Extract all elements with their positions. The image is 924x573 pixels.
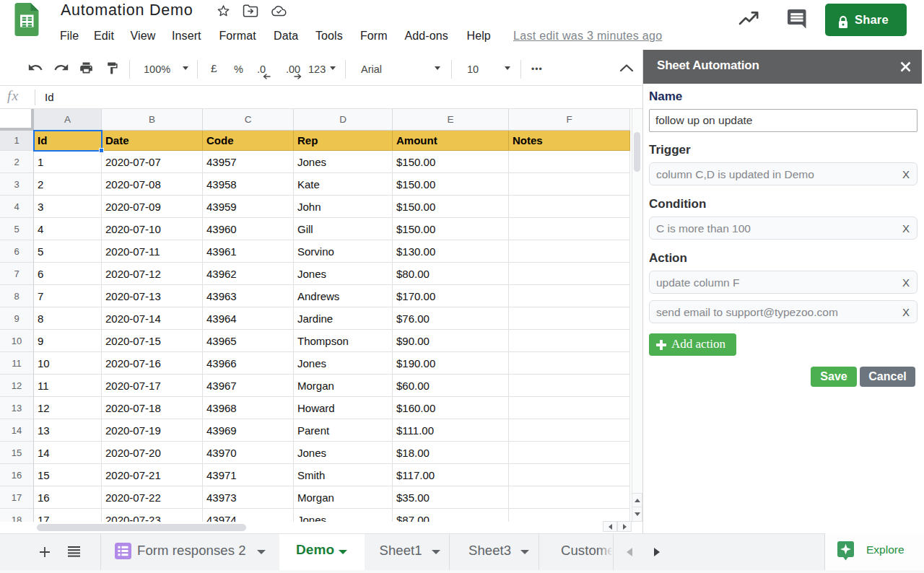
cell-A13[interactable]: 12 (34, 397, 102, 419)
select-all-corner[interactable] (0, 109, 34, 131)
document-title[interactable]: Automation Demo (61, 1, 193, 19)
menu-insert[interactable]: Insert (172, 27, 201, 45)
share-button[interactable]: Share (825, 4, 907, 36)
cell-A3[interactable]: 2 (34, 173, 102, 196)
column-header-C[interactable]: C (203, 109, 294, 131)
print-icon[interactable] (79, 61, 94, 75)
more-toolbar-button[interactable]: ••• (531, 62, 543, 76)
row-header-1[interactable]: 1 (0, 131, 34, 151)
move-folder-icon[interactable] (243, 4, 258, 17)
row-header-15[interactable]: 15 (0, 442, 34, 464)
tabs-scroll-right-icon[interactable] (654, 548, 660, 556)
sheets-logo-icon[interactable] (14, 3, 39, 36)
cell-B4[interactable]: 2020-07-09 (102, 196, 203, 218)
cell-C11[interactable]: 43966 (203, 352, 294, 375)
cell-E7[interactable]: $80.00 (393, 263, 509, 285)
cell-F11[interactable] (509, 352, 630, 375)
tab-sheet3[interactable]: Sheet3 (449, 534, 539, 570)
scroll-right-button[interactable] (617, 521, 632, 532)
cell-D18[interactable]: Jones (294, 509, 393, 522)
remove-trigger-button[interactable]: X (902, 168, 910, 180)
cell-C6[interactable]: 43961 (203, 240, 294, 263)
cell-D6[interactable]: Sorvino (294, 240, 393, 263)
cell-F14[interactable] (509, 419, 630, 442)
cell-E16[interactable]: $117.00 (393, 464, 509, 486)
paint-format-icon[interactable] (105, 61, 119, 75)
tab-caret-icon[interactable] (432, 550, 440, 554)
row-header-4[interactable]: 4 (0, 196, 34, 218)
cell-B7[interactable]: 2020-07-12 (102, 263, 203, 285)
cell-B11[interactable]: 2020-07-16 (102, 352, 203, 375)
cell-B8[interactable]: 2020-07-13 (102, 285, 203, 307)
cell-A16[interactable]: 15 (34, 464, 102, 486)
tab-customers[interactable]: Customers (539, 534, 613, 570)
add-action-button[interactable]: Add action (649, 333, 736, 356)
cell-D13[interactable]: Howard (294, 397, 393, 419)
cell-A15[interactable]: 14 (34, 442, 102, 464)
row-header-13[interactable]: 13 (0, 397, 34, 419)
cell-B6[interactable]: 2020-07-11 (102, 240, 203, 263)
row-header-2[interactable]: 2 (0, 151, 34, 173)
cell-C9[interactable]: 43964 (203, 307, 294, 330)
add-sheet-icon[interactable] (39, 546, 51, 558)
cell-B17[interactable]: 2020-07-22 (102, 486, 203, 509)
row-header-18[interactable]: 18 (0, 509, 34, 522)
condition-chip[interactable]: C is more than 100 X (649, 216, 918, 240)
cell-B16[interactable]: 2020-07-21 (102, 464, 203, 486)
cell-B1[interactable]: Date (102, 131, 203, 151)
cell-E9[interactable]: $76.00 (393, 307, 509, 330)
cell-E4[interactable]: $150.00 (393, 196, 509, 218)
format-currency-button[interactable]: £ (211, 61, 217, 76)
scroll-down-button[interactable] (632, 507, 642, 522)
name-input[interactable] (649, 109, 918, 132)
horizontal-scrollbar[interactable] (34, 522, 603, 532)
menu-edit[interactable]: Edit (94, 27, 114, 45)
cell-A6[interactable]: 5 (34, 240, 102, 263)
cell-B14[interactable]: 2020-07-19 (102, 419, 203, 442)
cell-D14[interactable]: Parent (294, 419, 393, 442)
cell-C3[interactable]: 43958 (203, 173, 294, 196)
trigger-chip[interactable]: column C,D is updated in Demo X (649, 162, 918, 185)
cell-A9[interactable]: 8 (34, 307, 102, 330)
column-header-A[interactable]: A (34, 109, 102, 131)
save-button[interactable]: Save (811, 367, 857, 387)
cell-B5[interactable]: 2020-07-10 (102, 218, 203, 240)
cell-D8[interactable]: Andrews (294, 285, 393, 307)
cell-E6[interactable]: $130.00 (393, 240, 509, 263)
row-header-5[interactable]: 5 (0, 218, 34, 240)
column-header-D[interactable]: D (294, 109, 393, 131)
cell-A10[interactable]: 9 (34, 330, 102, 352)
font-name-select[interactable]: Arial (361, 62, 382, 76)
row-header-16[interactable]: 16 (0, 464, 34, 486)
zoom-select[interactable]: 100% (144, 62, 170, 76)
cell-F1[interactable]: Notes (509, 131, 630, 151)
cell-A14[interactable]: 13 (34, 419, 102, 442)
vertical-scrollbar[interactable] (632, 109, 642, 522)
cell-C4[interactable]: 43959 (203, 196, 294, 218)
cell-E18[interactable]: $87.00 (393, 509, 509, 522)
cell-E1[interactable]: Amount (393, 131, 509, 151)
action-chip-2[interactable]: send email to support@typezoo.com X (649, 300, 918, 323)
row-header-8[interactable]: 8 (0, 285, 34, 307)
cell-C10[interactable]: 43965 (203, 330, 294, 352)
cell-D17[interactable]: Morgan (294, 486, 393, 509)
column-header-F[interactable]: F (509, 109, 630, 131)
star-icon[interactable] (216, 4, 231, 18)
cell-D7[interactable]: Jones (294, 263, 393, 285)
cell-F6[interactable] (509, 240, 630, 263)
row-header-12[interactable]: 12 (0, 375, 34, 397)
cell-D12[interactable]: Morgan (294, 375, 393, 397)
cell-E14[interactable]: $111.00 (393, 419, 509, 442)
spreadsheet-grid[interactable]: ABCDEF1IdDateCodeRepAmountNotes212020-07… (0, 109, 642, 522)
scroll-left-button[interactable] (603, 521, 617, 532)
row-header-10[interactable]: 10 (0, 330, 34, 352)
column-header-B[interactable]: B (102, 109, 203, 131)
cell-D11[interactable]: Jones (294, 352, 393, 375)
undo-icon[interactable] (27, 61, 43, 75)
cell-F4[interactable] (509, 196, 630, 218)
cell-B10[interactable]: 2020-07-15 (102, 330, 203, 352)
cell-E2[interactable]: $150.00 (393, 151, 509, 173)
menu-help[interactable]: Help (467, 27, 491, 45)
cell-D3[interactable]: Kate (294, 173, 393, 196)
cell-E12[interactable]: $60.00 (393, 375, 509, 397)
